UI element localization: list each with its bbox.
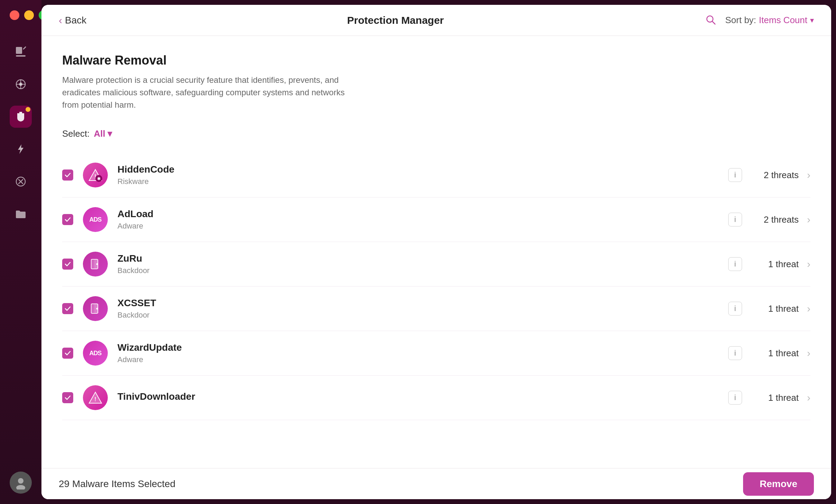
select-dropdown[interactable]: All ▾ — [94, 128, 112, 139]
threat-count-4: 1 threat — [750, 348, 799, 359]
item-checkbox-5[interactable] — [62, 392, 73, 403]
search-button[interactable] — [704, 13, 717, 27]
close-button[interactable] — [10, 10, 19, 20]
threat-count-1: 2 threats — [750, 214, 799, 225]
threat-count-3: 1 threat — [750, 303, 799, 314]
sidebar-item-xtool[interactable] — [10, 171, 32, 193]
detail-chevron-2[interactable]: › — [807, 258, 810, 270]
info-button-5[interactable]: i — [728, 391, 742, 405]
bottom-action-bar: 29 Malware Items Selected Remove — [41, 468, 831, 499]
ads-label-4: ADS — [89, 350, 101, 357]
svg-line-11 — [712, 21, 715, 24]
select-filter-row: Select: All ▾ — [62, 128, 810, 139]
minimize-button[interactable] — [24, 10, 34, 20]
info-button-3[interactable]: i — [728, 302, 742, 316]
item-checkbox-3[interactable] — [62, 303, 73, 314]
item-checkbox-4[interactable] — [62, 348, 73, 359]
item-name-2: ZuRu — [117, 253, 719, 264]
sidebar-nav — [10, 41, 32, 472]
threat-count-0: 2 threats — [750, 170, 799, 181]
item-type-1: Adware — [117, 222, 719, 231]
svg-line-2 — [23, 47, 26, 49]
detail-chevron-4[interactable]: › — [807, 347, 810, 359]
back-button[interactable]: ‹ Back — [59, 14, 86, 26]
page-title: Protection Manager — [86, 14, 704, 26]
user-avatar[interactable] — [10, 472, 32, 494]
svg-point-17 — [96, 263, 98, 265]
section-description: Malware protection is a crucial security… — [62, 74, 345, 111]
svg-text:✱: ✱ — [97, 176, 101, 181]
item-name-1: AdLoad — [117, 209, 719, 220]
svg-text:!: ! — [94, 396, 96, 402]
detail-chevron-0[interactable]: › — [807, 169, 810, 181]
threat-count-2: 1 threat — [750, 259, 799, 270]
header: ‹ Back Protection Manager Sort by: Items… — [41, 5, 831, 36]
sidebar-item-protection[interactable] — [10, 106, 32, 128]
item-icon-3 — [83, 296, 108, 321]
table-row: ADS WizardUpdate Adware i 1 threat › — [62, 331, 810, 376]
info-button-1[interactable]: i — [728, 213, 742, 226]
table-row: ! TinivDownloader i 1 threat › — [62, 376, 810, 420]
item-right-1: i 2 threats › — [728, 213, 810, 226]
item-name-3: XCSSET — [117, 298, 719, 309]
item-info-0: HiddenCode Riskware — [117, 164, 719, 186]
item-info-4: WizardUpdate Adware — [117, 342, 719, 364]
item-icon-5: ! — [83, 385, 108, 410]
header-actions: Sort by: Items Count ▾ — [704, 13, 814, 27]
info-button-0[interactable]: i — [728, 168, 742, 182]
selected-count-label: 29 Malware Items Selected — [59, 478, 175, 490]
info-button-4[interactable]: i — [728, 346, 742, 360]
item-icon-1: ADS — [83, 207, 108, 232]
item-name-4: WizardUpdate — [117, 342, 719, 353]
item-name-0: HiddenCode — [117, 164, 719, 175]
remove-button[interactable]: Remove — [743, 472, 814, 496]
svg-point-9 — [16, 485, 25, 490]
section-title: Malware Removal — [62, 53, 810, 68]
table-row: XCSSET Backdoor i 1 threat › — [62, 287, 810, 331]
item-right-4: i 1 threat › — [728, 346, 810, 360]
table-row: ADS AdLoad Adware i 2 threats › — [62, 197, 810, 242]
svg-point-20 — [96, 308, 98, 309]
notification-badge — [26, 107, 30, 112]
svg-rect-1 — [16, 47, 22, 54]
ads-label: ADS — [89, 216, 101, 223]
detail-chevron-5[interactable]: › — [807, 392, 810, 404]
sort-by-value: Items Count — [759, 15, 807, 26]
item-info-5: TinivDownloader — [117, 391, 719, 404]
content-area: Malware Removal Malware protection is a … — [41, 36, 831, 468]
table-row: ! ✱ HiddenCode Riskware i 2 threats › — [62, 153, 810, 197]
item-right-5: i 1 threat › — [728, 391, 810, 405]
item-checkbox-1[interactable] — [62, 214, 73, 225]
select-value: All — [94, 128, 105, 139]
item-right-0: i 2 threats › — [728, 168, 810, 182]
detail-chevron-3[interactable]: › — [807, 303, 810, 314]
sidebar-item-lightning[interactable] — [10, 138, 32, 160]
item-checkbox-2[interactable] — [62, 259, 73, 270]
malware-list: ! ✱ HiddenCode Riskware i 2 threats › — [62, 153, 810, 420]
item-checkbox-0[interactable] — [62, 169, 73, 181]
item-icon-0: ! ✱ — [83, 163, 108, 187]
item-right-3: i 1 threat › — [728, 302, 810, 316]
info-button-2[interactable]: i — [728, 257, 742, 271]
svg-point-8 — [18, 478, 23, 484]
sidebar-item-scanner[interactable] — [10, 41, 32, 63]
detail-chevron-1[interactable]: › — [807, 214, 810, 225]
back-chevron-icon: ‹ — [59, 14, 62, 26]
item-right-2: i 1 threat › — [728, 257, 810, 271]
svg-rect-0 — [16, 55, 26, 57]
back-label: Back — [65, 15, 86, 26]
sort-chevron-icon: ▾ — [810, 16, 814, 25]
item-type-4: Adware — [117, 355, 719, 364]
item-type-2: Backdoor — [117, 266, 719, 275]
sort-by-control[interactable]: Sort by: Items Count ▾ — [725, 15, 814, 26]
main-panel: ‹ Back Protection Manager Sort by: Items… — [41, 5, 831, 499]
sidebar-item-globe[interactable] — [10, 73, 32, 95]
table-row: ZuRu Backdoor i 1 threat › — [62, 242, 810, 287]
item-info-3: XCSSET Backdoor — [117, 298, 719, 320]
sort-by-label: Sort by: — [725, 15, 756, 26]
item-type-0: Riskware — [117, 177, 719, 186]
traffic-lights — [0, 10, 48, 20]
select-chevron-icon: ▾ — [107, 128, 112, 139]
threat-count-5: 1 threat — [750, 392, 799, 403]
sidebar-item-folder[interactable] — [10, 203, 32, 225]
